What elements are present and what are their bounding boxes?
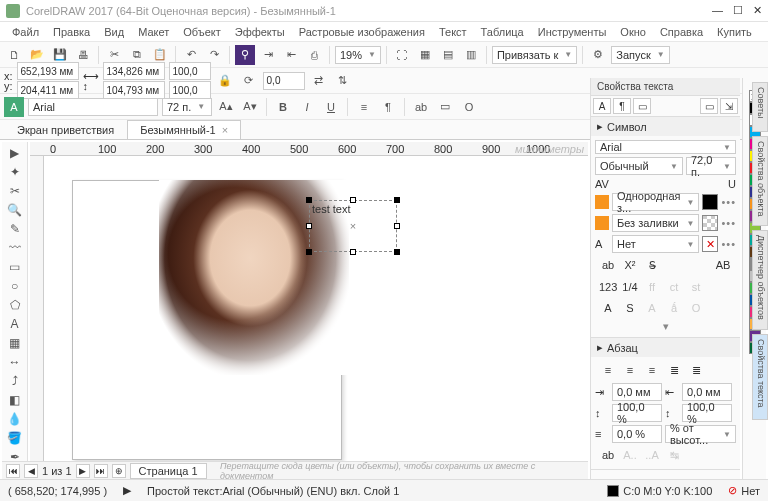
rectangle-tool-icon[interactable]: ▭	[6, 260, 24, 274]
fullscreen-icon[interactable]: ⛶	[392, 45, 412, 65]
export-icon[interactable]: ⇤	[281, 45, 301, 65]
zoom-tool-icon[interactable]: 🔍	[6, 203, 24, 217]
table-tool-icon[interactable]: ▦	[6, 336, 24, 350]
allcaps-icon[interactable]: AB	[714, 259, 732, 272]
super-icon[interactable]: X²	[621, 259, 639, 272]
connector-tool-icon[interactable]: ⤴	[6, 374, 24, 388]
caps-icon[interactable]: ab	[599, 259, 617, 272]
rulers-icon[interactable]: ▦	[415, 45, 435, 65]
font-combo[interactable]: Arial	[28, 98, 158, 116]
polygon-tool-icon[interactable]: ⬠	[6, 298, 24, 312]
pos-y-input[interactable]: 204,411 мм	[17, 81, 79, 99]
prev-page-button[interactable]: ◀	[24, 464, 38, 478]
mirror-h-icon[interactable]: ⇄	[309, 71, 329, 91]
docker-tab-para[interactable]: ¶	[613, 98, 631, 114]
scale-y-input[interactable]: 100,0	[169, 81, 211, 99]
eyedropper-tool-icon[interactable]: 💧	[6, 412, 24, 426]
menu-bitmap[interactable]: Растровые изображения	[293, 24, 431, 40]
docker-settings-icon[interactable]: ▭	[700, 98, 718, 114]
align-full-icon[interactable]: ≣	[687, 364, 705, 377]
height-input[interactable]: 104,793 мм	[103, 81, 165, 99]
text-frame[interactable]: test text ×	[309, 200, 397, 252]
text-frame-icon[interactable]: ▭	[435, 97, 455, 117]
menu-text[interactable]: Текст	[433, 24, 473, 40]
import-icon[interactable]: ⇥	[258, 45, 278, 65]
menu-edit[interactable]: Правка	[47, 24, 96, 40]
fontsize-combo[interactable]: 72 п.▼	[162, 98, 212, 116]
align-left-icon[interactable]: ≡	[599, 364, 617, 377]
lock-ratio-icon[interactable]: 🔒	[215, 71, 235, 91]
text-align-icon[interactable]: ab	[411, 97, 431, 117]
bg-color-swatch[interactable]	[702, 215, 718, 231]
vtab-objprops[interactable]: Свойства объекта	[752, 136, 768, 226]
indent-right-input[interactable]: 0,0 мм	[682, 383, 732, 401]
zoom-combo[interactable]: 19%▼	[335, 46, 381, 64]
next-page-button[interactable]: ▶	[76, 464, 90, 478]
underline-icon[interactable]: U	[728, 178, 736, 190]
close-tab-icon[interactable]: ×	[222, 124, 228, 136]
menu-table[interactable]: Таблица	[475, 24, 530, 40]
outline-combo[interactable]: Нет▼	[612, 235, 699, 253]
options-icon[interactable]: ⚙	[588, 45, 608, 65]
menu-window[interactable]: Окно	[614, 24, 652, 40]
spacing-unit-combo[interactable]: % от высот...▼	[665, 425, 736, 443]
menu-effects[interactable]: Эффекты	[229, 24, 291, 40]
vtab-hints[interactable]: Советы	[752, 82, 768, 132]
shape-tool-icon[interactable]: ✦	[6, 165, 24, 179]
text-tool-icon[interactable]: A	[4, 97, 24, 117]
kerning-icon[interactable]: AV	[595, 178, 609, 190]
vtab-objmgr[interactable]: Диспетчер объектов	[752, 230, 768, 330]
indent-left-input[interactable]: 0,0 мм	[612, 383, 662, 401]
vtab-textprops[interactable]: Свойства текста	[752, 334, 768, 420]
align-center-icon[interactable]: ≡	[621, 364, 639, 377]
menu-object[interactable]: Объект	[177, 24, 226, 40]
decrease-size-icon[interactable]: A▾	[240, 97, 260, 117]
strikethru-icon[interactable]: S̶	[643, 259, 661, 272]
bg-more-icon[interactable]: •••	[721, 217, 736, 229]
tab-welcome[interactable]: Экран приветствия	[4, 120, 127, 139]
pos-x-input[interactable]: 652,193 мм	[17, 62, 79, 80]
scale-x-input[interactable]: 100,0	[169, 62, 211, 80]
before-input[interactable]: 0,0 %	[612, 425, 662, 443]
publish-icon[interactable]: ⎙	[304, 45, 324, 65]
charspace-input[interactable]: 100,0 %	[682, 404, 732, 422]
grid-icon[interactable]: ▤	[438, 45, 458, 65]
minimize-button[interactable]: —	[712, 4, 723, 17]
bullets-icon[interactable]: ≡	[354, 97, 374, 117]
text-options-icon[interactable]: O	[459, 97, 479, 117]
menu-view[interactable]: Вид	[98, 24, 130, 40]
text-tool-icon[interactable]: A	[6, 317, 24, 331]
menu-buy[interactable]: Купить	[711, 24, 758, 40]
launch-combo[interactable]: Запуск▼	[611, 46, 669, 64]
section-symbol-header[interactable]: Символ	[607, 121, 647, 133]
fill-type-combo[interactable]: Однородная з...▼	[612, 193, 699, 211]
menu-layout[interactable]: Макет	[132, 24, 175, 40]
menu-tools[interactable]: Инструменты	[532, 24, 613, 40]
dimension-tool-icon[interactable]: ↔	[6, 355, 24, 369]
fill-tool-icon[interactable]: 🪣	[6, 431, 24, 445]
bold-button[interactable]: B	[273, 97, 293, 117]
last-page-button[interactable]: ⏭	[94, 464, 108, 478]
rotation-input[interactable]: 0,0	[263, 72, 305, 90]
linespace-input[interactable]: 100,0 %	[612, 404, 662, 422]
dock-font-combo[interactable]: Arial▼	[595, 140, 736, 154]
maximize-button[interactable]: ☐	[733, 4, 743, 17]
pick-tool-icon[interactable]: ▶	[6, 146, 24, 160]
canvas[interactable]: test text ×	[44, 156, 588, 461]
increase-size-icon[interactable]: A▴	[216, 97, 236, 117]
align-justify-icon[interactable]: ≣	[665, 364, 683, 377]
first-page-button[interactable]: ⏮	[6, 464, 20, 478]
effects-tool-icon[interactable]: ◧	[6, 393, 24, 407]
width-input[interactable]: 134,826 мм	[103, 62, 165, 80]
menu-help[interactable]: Справка	[654, 24, 709, 40]
dropcap-icon[interactable]: ¶	[378, 97, 398, 117]
search-icon[interactable]: ⚲	[235, 45, 255, 65]
page-tab[interactable]: Страница 1	[130, 463, 207, 479]
outline-more-icon[interactable]: •••	[721, 238, 736, 250]
fill-more-icon[interactable]: •••	[721, 196, 736, 208]
bgfill-combo[interactable]: Без заливки▼	[612, 214, 699, 232]
align-right-icon[interactable]: ≡	[643, 364, 661, 377]
docker-tab-frame[interactable]: ▭	[633, 98, 651, 114]
close-button[interactable]: ✕	[753, 4, 762, 17]
mirror-v-icon[interactable]: ⇅	[333, 71, 353, 91]
